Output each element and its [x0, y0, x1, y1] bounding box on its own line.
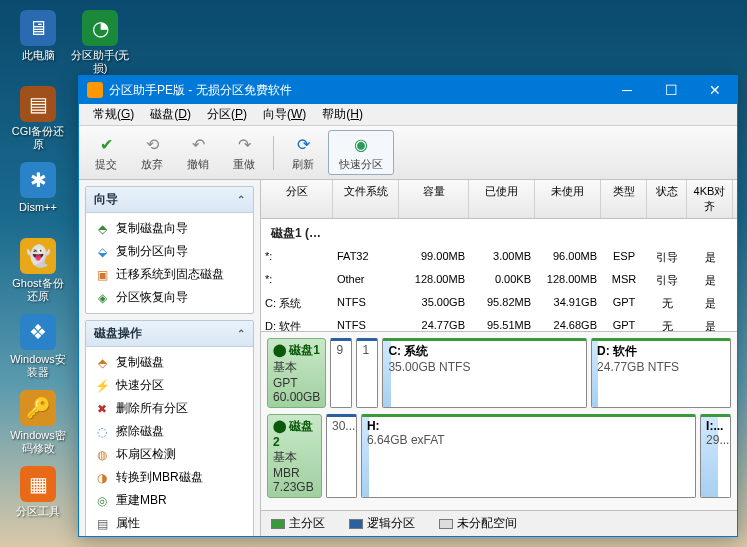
- column-header[interactable]: 4KB对齐: [687, 180, 733, 218]
- legend-swatch: [439, 519, 453, 529]
- close-button[interactable]: ✕: [693, 76, 737, 104]
- column-header[interactable]: 类型: [601, 180, 647, 218]
- desktop-icon[interactable]: 🖥此电脑: [8, 10, 68, 62]
- disk-name: ⬤ 磁盘1: [273, 342, 320, 359]
- sidebar-item-label: 擦除磁盘: [116, 423, 164, 440]
- titlebar[interactable]: 分区助手PE版 - 无损分区免费软件 ─ ☐ ✕: [79, 76, 737, 104]
- sidebar-item-icon: ▤: [94, 516, 110, 532]
- partition-block[interactable]: D: 软件24.77GB NTFS: [591, 338, 731, 408]
- desktop-glyph-icon: ▤: [20, 86, 56, 122]
- panel-header[interactable]: 向导⌃: [86, 187, 253, 213]
- disk-group-title[interactable]: 磁盘1 (…: [261, 219, 737, 246]
- desktop-glyph-icon: ✱: [20, 162, 56, 198]
- legend-item: 逻辑分区: [349, 515, 415, 532]
- partition-size: 9: [336, 343, 346, 357]
- column-header[interactable]: 容量: [399, 180, 469, 218]
- desktop-icon[interactable]: ◔分区助手(无损): [70, 10, 130, 75]
- sidebar-item[interactable]: ◑转换到MBR磁盘: [86, 466, 253, 489]
- cell: NTFS: [333, 317, 399, 331]
- sidebar-item[interactable]: ▤属性: [86, 512, 253, 535]
- main-area: 分区文件系统容量已使用未使用类型状态4KB对齐 磁盘1 (…*:FAT3299.…: [261, 180, 737, 536]
- toolbar-button[interactable]: ✔提交: [85, 131, 127, 174]
- cell: 是: [687, 317, 733, 331]
- cell: GPT: [601, 317, 647, 331]
- cell: 3.00MB: [469, 248, 535, 267]
- sidebar-item[interactable]: ◍坏扇区检测: [86, 443, 253, 466]
- partition-row[interactable]: D: 软件NTFS24.77GB95.51MB24.68GBGPT无是: [261, 315, 737, 331]
- menu-item[interactable]: 分区(P): [199, 104, 255, 125]
- toolbar-button[interactable]: ↶撤销: [177, 131, 219, 174]
- partition-block[interactable]: 1: [356, 338, 378, 408]
- legend: 主分区逻辑分区未分配空间: [261, 510, 737, 536]
- partition-block[interactable]: H:6.64GB exFAT: [361, 414, 696, 498]
- column-header[interactable]: 未使用: [535, 180, 601, 218]
- desktop-glyph-icon: 🔑: [20, 390, 56, 426]
- partition-row[interactable]: *:FAT3299.00MB3.00MB96.00MBESP引导是: [261, 246, 737, 269]
- menu-item[interactable]: 常规(G): [85, 104, 142, 125]
- desktop-icon[interactable]: 🔑Windows密码修改: [8, 390, 68, 455]
- cell: 是: [687, 248, 733, 267]
- desktop-icon[interactable]: 👻Ghost备份还原: [8, 238, 68, 303]
- legend-swatch: [271, 519, 285, 529]
- legend-label: 逻辑分区: [367, 516, 415, 530]
- sidebar-item[interactable]: ◌擦除磁盘: [86, 420, 253, 443]
- column-header[interactable]: 文件系统: [333, 180, 399, 218]
- partition-row[interactable]: *:Other128.00MB0.00KB128.00MBMSR引导是: [261, 269, 737, 292]
- column-header[interactable]: 已使用: [469, 180, 535, 218]
- cell: *:: [261, 248, 333, 267]
- desktop-icon[interactable]: ❖Windows安装器: [8, 314, 68, 379]
- disk-label[interactable]: ⬤ 磁盘1基本 GPT60.00GB: [267, 338, 326, 408]
- sidebar-item[interactable]: ◎重建MBR: [86, 489, 253, 512]
- cell: *:: [261, 271, 333, 290]
- panel-header[interactable]: 磁盘操作⌃: [86, 321, 253, 347]
- sidebar-item[interactable]: ▣迁移系统到固态磁盘: [86, 263, 253, 286]
- sidebar-item[interactable]: ⬘复制磁盘向导: [86, 217, 253, 240]
- disk-name: ⬤ 磁盘2: [273, 418, 316, 449]
- cell: NTFS: [333, 294, 399, 313]
- toolbar-button[interactable]: ◉快速分区: [328, 130, 394, 175]
- sidebar-item[interactable]: ◈分区恢复向导: [86, 286, 253, 309]
- disk-sub: 基本 MBR: [273, 449, 316, 480]
- sidebar-item-label: 转换到MBR磁盘: [116, 469, 203, 486]
- app-window: 分区助手PE版 - 无损分区免费软件 ─ ☐ ✕ 常规(G)磁盘(D)分区(P)…: [78, 75, 738, 537]
- maximize-button[interactable]: ☐: [649, 76, 693, 104]
- partition-block[interactable]: C: 系统35.00GB NTFS: [382, 338, 587, 408]
- disk-size: 7.23GB: [273, 480, 316, 494]
- partition-row[interactable]: C: 系统NTFS35.00GB95.82MB34.91GBGPT无是: [261, 292, 737, 315]
- sidebar-item[interactable]: ⬘复制磁盘: [86, 351, 253, 374]
- menu-item[interactable]: 向导(W): [255, 104, 314, 125]
- cell: ESP: [601, 248, 647, 267]
- partition-block[interactable]: I:...29...: [700, 414, 731, 498]
- sidebar-item-icon: ⚡: [94, 378, 110, 394]
- panel-title: 向导: [94, 191, 118, 208]
- column-header[interactable]: 状态: [647, 180, 687, 218]
- cell: 35.00GB: [399, 294, 469, 313]
- toolbar-button[interactable]: ⟲放弃: [131, 131, 173, 174]
- minimize-button[interactable]: ─: [605, 76, 649, 104]
- cell: 34.91GB: [535, 294, 601, 313]
- menu-item[interactable]: 帮助(H): [314, 104, 371, 125]
- sidebar-item[interactable]: ⚡快速分区: [86, 374, 253, 397]
- desktop-icon[interactable]: ▦分区工具: [8, 466, 68, 518]
- disk-label[interactable]: ⬤ 磁盘2基本 MBR7.23GB: [267, 414, 322, 498]
- toolbar-button[interactable]: ↷重做: [223, 131, 265, 174]
- legend-item: 未分配空间: [439, 515, 517, 532]
- toolbar-button[interactable]: ⟳刷新: [282, 131, 324, 174]
- column-header[interactable]: 分区: [261, 180, 333, 218]
- sidebar-item-icon: ⬘: [94, 221, 110, 237]
- partition-block[interactable]: 30...: [326, 414, 357, 498]
- cell: 0.00KB: [469, 271, 535, 290]
- desktop-icon[interactable]: ✱Dism++: [8, 162, 68, 214]
- sidebar-item[interactable]: ✖删除所有分区: [86, 397, 253, 420]
- cell: 95.82MB: [469, 294, 535, 313]
- sidebar-item-label: 复制分区向导: [116, 243, 188, 260]
- desktop-icon-label: Windows安装器: [8, 353, 68, 379]
- sidebar-item-label: 分区恢复向导: [116, 289, 188, 306]
- sidebar-item[interactable]: ⬙复制分区向导: [86, 240, 253, 263]
- partition-size: 24.77GB NTFS: [597, 360, 725, 374]
- desktop-icon-label: 分区工具: [8, 505, 68, 518]
- partition-block[interactable]: 9: [330, 338, 352, 408]
- desktop-icon[interactable]: ▤CGI备份还原: [8, 86, 68, 151]
- toolbar-label: 快速分区: [339, 157, 383, 172]
- menu-item[interactable]: 磁盘(D): [142, 104, 199, 125]
